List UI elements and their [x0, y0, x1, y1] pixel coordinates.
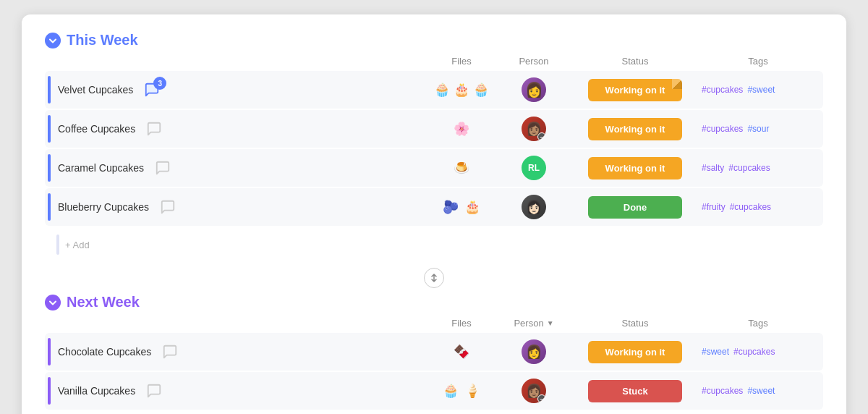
- tag[interactable]: #sweet: [747, 85, 775, 95]
- status-cell: Working on it: [577, 157, 693, 179]
- status-badge[interactable]: Working on it: [588, 79, 682, 101]
- col-name-header: [62, 56, 433, 67]
- status-cell: Working on it: [577, 341, 693, 363]
- task-name: Vanilla Cupcakes: [58, 385, 135, 397]
- person-cell: 👩🏻: [490, 195, 577, 219]
- task-name-cell: Caramel Cupcakes: [45, 154, 433, 182]
- person-cell: 👩🏽 –: [490, 117, 577, 141]
- files-cell: 🫐 🎂: [433, 197, 490, 217]
- tag[interactable]: #salty: [702, 163, 724, 173]
- main-card: This Week Files Person Status Tags Velve…: [22, 14, 846, 414]
- status-badge[interactable]: Done: [588, 196, 682, 219]
- status-cell: Done: [577, 196, 693, 219]
- tag[interactable]: #cupcakes: [730, 202, 771, 212]
- file-thumb-1[interactable]: 🧁: [441, 381, 461, 401]
- left-bar: [48, 338, 51, 366]
- avatar-minus-icon: –: [537, 132, 546, 141]
- avatar[interactable]: 👩🏽 –: [522, 379, 546, 403]
- this-week-header: This Week: [45, 32, 823, 48]
- table-row: Coffee Cupcakes 🌸 👩🏽 – Working on it: [45, 110, 823, 148]
- task-name-cell: Coffee Cupcakes: [45, 115, 433, 143]
- person-col-with-dropdown: Person ▼: [490, 318, 577, 329]
- avatar[interactable]: 👩🏻: [522, 195, 546, 219]
- chat-icon[interactable]: [151, 156, 174, 179]
- status-cell: Stuck: [577, 380, 693, 402]
- this-week-col-headers: Files Person Status Tags: [45, 51, 823, 71]
- col-tags-header: Tags: [693, 318, 823, 329]
- tag[interactable]: #sweet: [702, 347, 729, 357]
- this-week-chevron[interactable]: [45, 33, 61, 48]
- col-status-header: Status: [577, 318, 693, 329]
- left-bar: [48, 377, 51, 405]
- chat-icon[interactable]: [142, 379, 166, 402]
- left-bar: [48, 76, 51, 104]
- next-week-chevron[interactable]: [45, 295, 61, 310]
- file-thumb-1[interactable]: 🌸: [451, 119, 472, 139]
- chat-badge: 3: [153, 77, 166, 90]
- person-cell: RL: [490, 156, 577, 180]
- add-bar: [56, 235, 59, 255]
- add-label[interactable]: + Add: [65, 240, 90, 250]
- table-row: Vanilla Cupcakes 🧁 🍦 👩🏽 – Stuck: [45, 372, 823, 410]
- tag[interactable]: #cupcakes: [702, 85, 743, 95]
- this-week-title: This Week: [67, 32, 138, 48]
- file-thumb-1[interactable]: 🍫: [451, 342, 472, 362]
- left-bar: [48, 193, 51, 221]
- next-week-add-row[interactable]: + Add: [45, 411, 823, 414]
- col-files-header: Files: [433, 318, 490, 329]
- file-thumb-1[interactable]: 🫐: [441, 197, 461, 217]
- status-badge[interactable]: Stuck: [588, 380, 682, 402]
- tag[interactable]: #cupcakes: [702, 386, 743, 396]
- col-name-header: [62, 318, 433, 329]
- person-cell: 👩🏽 –: [490, 379, 577, 403]
- status-badge[interactable]: Working on it: [588, 118, 682, 140]
- tag[interactable]: #sweet: [747, 386, 775, 396]
- table-row: Chocolate Cupcakes 🍫 👩 Working on it #sw…: [45, 333, 823, 371]
- col-person-header: Person: [490, 56, 577, 67]
- chat-icon[interactable]: [156, 195, 179, 219]
- file-thumb-3[interactable]: 🧁: [472, 80, 490, 100]
- next-week-col-headers: Files Person ▼ Status Tags: [45, 313, 823, 333]
- file-thumb-2[interactable]: 🎂: [452, 80, 470, 100]
- file-thumb-1[interactable]: 🍮: [451, 158, 472, 178]
- chat-icon[interactable]: [158, 340, 182, 363]
- avatar[interactable]: 👩🏽 –: [522, 117, 546, 141]
- file-thumb-1[interactable]: 🧁: [433, 80, 451, 100]
- files-cell: 🧁 🍦: [433, 381, 490, 401]
- tags-cell: #fruity #cupcakes: [693, 202, 823, 212]
- col-status-header: Status: [577, 56, 693, 67]
- table-row: Blueberry Cupcakes 🫐 🎂 👩🏻 Done #fruity: [45, 188, 823, 226]
- files-cell: 🍫: [433, 342, 490, 362]
- tags-cell: #cupcakes #sour: [693, 124, 823, 134]
- status-cell: Working on it: [577, 118, 693, 140]
- next-week-title: Next Week: [67, 294, 140, 310]
- task-name: Coffee Cupcakes: [58, 123, 135, 135]
- task-name: Caramel Cupcakes: [58, 162, 144, 174]
- tag[interactable]: #cupcakes: [728, 163, 770, 173]
- tags-cell: #sweet #cupcakes: [693, 347, 823, 357]
- task-name: Chocolate Cupcakes: [58, 346, 151, 358]
- person-dropdown-arrow[interactable]: ▼: [547, 319, 554, 327]
- file-thumb-2[interactable]: 🍦: [462, 381, 482, 401]
- file-thumb-2[interactable]: 🎂: [462, 197, 482, 217]
- chat-icon[interactable]: 3: [140, 78, 163, 101]
- avatar[interactable]: 👩: [522, 339, 546, 364]
- avatar[interactable]: RL: [522, 156, 546, 180]
- tag[interactable]: #sour: [747, 124, 769, 134]
- sort-icon[interactable]: [424, 268, 444, 288]
- tag[interactable]: #cupcakes: [702, 124, 743, 134]
- files-cell: 🍮: [433, 158, 490, 178]
- tag[interactable]: #cupcakes: [733, 347, 775, 357]
- tags-cell: #cupcakes #sweet: [693, 386, 823, 396]
- this-week-section: This Week Files Person Status Tags Velve…: [45, 32, 823, 262]
- tags-cell: #cupcakes #sweet: [693, 85, 823, 95]
- chat-icon[interactable]: [142, 117, 166, 140]
- status-badge[interactable]: Working on it: [588, 341, 682, 363]
- tag[interactable]: #fruity: [702, 202, 726, 212]
- col-person-header: Person ▼: [490, 318, 577, 329]
- task-name-cell: Chocolate Cupcakes: [45, 338, 433, 366]
- tags-cell: #salty #cupcakes: [693, 163, 823, 173]
- avatar[interactable]: 👩: [522, 77, 546, 102]
- status-badge[interactable]: Working on it: [588, 157, 682, 179]
- this-week-add-row[interactable]: + Add: [45, 227, 823, 262]
